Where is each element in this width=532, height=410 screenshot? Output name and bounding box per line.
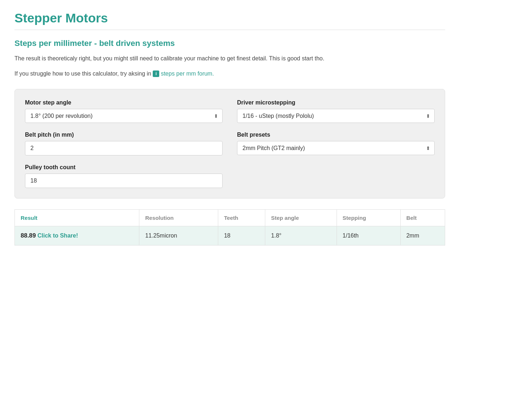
belt-pitch-input[interactable] <box>25 141 223 155</box>
driver-microstepping-select[interactable]: 1/1 - full step 1/2 - half step 1/4 - qu… <box>237 109 435 123</box>
driver-microstepping-select-wrapper: 1/1 - full step 1/2 - half step 1/4 - qu… <box>237 109 435 123</box>
info-icon: i <box>153 71 159 77</box>
stepping-cell: 1/16th <box>337 226 400 245</box>
belt-presets-select[interactable]: 2mm Pitch (GT2 mainly) 2.03mm Pitch (MXL… <box>237 141 435 155</box>
calculator-grid: Motor step angle 1.8° (200 per revolutio… <box>25 99 435 188</box>
forum-link[interactable]: steps per mm forum. <box>161 71 214 77</box>
col-belt: Belt <box>400 210 445 226</box>
col-step-angle: Step angle <box>265 210 337 226</box>
page-subtitle: Steps per millimeter - belt driven syste… <box>14 39 445 48</box>
belt-pitch-group: Belt pitch (in mm) <box>25 132 223 155</box>
page-description: The result is theoreticaly right, but yo… <box>14 54 445 63</box>
belt-pitch-label: Belt pitch (in mm) <box>25 132 223 138</box>
result-value-cell: 88.89 Click to Share! <box>15 226 139 245</box>
col-resolution: Resolution <box>139 210 218 226</box>
results-table: Result Resolution Teeth Step angle Stepp… <box>14 209 445 245</box>
page-title: Stepper Motors <box>14 11 445 25</box>
result-row: 88.89 Click to Share! 11.25micron 18 1.8… <box>15 226 445 245</box>
motor-step-angle-select-wrapper: 1.8° (200 per revolution) 0.9° (400 per … <box>25 109 223 123</box>
result-number: 88.89 <box>21 232 36 239</box>
forum-link-row: If you struggle how to use this calculat… <box>14 69 445 78</box>
belt-presets-group: Belt presets 2mm Pitch (GT2 mainly) 2.03… <box>237 132 435 155</box>
motor-step-angle-group: Motor step angle 1.8° (200 per revolutio… <box>25 99 223 123</box>
pulley-tooth-count-group: Pulley tooth count <box>25 164 223 188</box>
belt-presets-select-wrapper: 2mm Pitch (GT2 mainly) 2.03mm Pitch (MXL… <box>237 141 435 155</box>
driver-microstepping-group: Driver microstepping 1/1 - full step 1/2… <box>237 99 435 123</box>
col-stepping: Stepping <box>337 210 400 226</box>
title-divider <box>14 30 445 30</box>
forum-text: If you struggle how to use this calculat… <box>14 71 151 77</box>
share-link[interactable]: Click to Share! <box>37 232 78 239</box>
col-result: Result <box>15 210 139 226</box>
calculator-box: Motor step angle 1.8° (200 per revolutio… <box>14 89 445 198</box>
driver-microstepping-label: Driver microstepping <box>237 99 435 106</box>
col-teeth: Teeth <box>218 210 265 226</box>
belt-presets-label: Belt presets <box>237 132 435 138</box>
pulley-tooth-count-label: Pulley tooth count <box>25 164 223 171</box>
motor-step-angle-label: Motor step angle <box>25 99 223 106</box>
step-angle-cell: 1.8° <box>265 226 337 245</box>
results-header-row: Result Resolution Teeth Step angle Stepp… <box>15 210 445 226</box>
motor-step-angle-select[interactable]: 1.8° (200 per revolution) 0.9° (400 per … <box>25 109 223 123</box>
pulley-tooth-count-input[interactable] <box>25 174 223 188</box>
belt-cell: 2mm <box>400 226 445 245</box>
resolution-cell: 11.25micron <box>139 226 218 245</box>
teeth-cell: 18 <box>218 226 265 245</box>
